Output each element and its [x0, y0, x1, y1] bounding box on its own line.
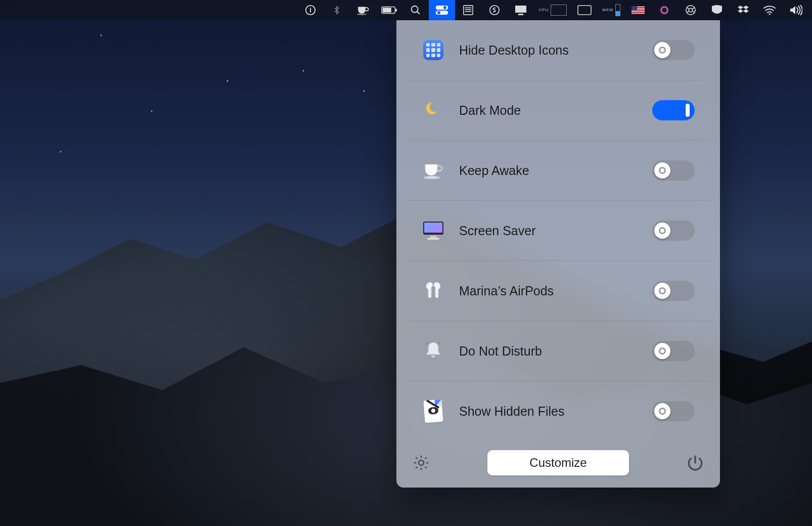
- panel-footer: Customize: [396, 441, 720, 480]
- cpu-label: CPU: [538, 8, 549, 12]
- svg-line-22: [687, 8, 689, 10]
- cpu-graph: [551, 5, 567, 16]
- svg-rect-29: [424, 223, 442, 233]
- row-show-hidden-files: Show Hidden Files: [407, 381, 710, 441]
- toggle-show-hidden-files[interactable]: [652, 401, 695, 421]
- disk-icon[interactable]: [455, 0, 481, 20]
- bluetooth-icon[interactable]: [324, 0, 350, 20]
- customize-label: Customize: [529, 456, 587, 470]
- svg-point-32: [419, 460, 424, 465]
- row-label: Hide Desktop Icons: [459, 43, 652, 58]
- svg-point-21: [689, 8, 692, 12]
- memory-monitor-icon[interactable]: MEM: [598, 0, 625, 20]
- svg-line-23: [693, 8, 695, 10]
- svg-line-24: [687, 11, 689, 13]
- coffee-cup-icon: [422, 159, 445, 182]
- svg-rect-1: [310, 8, 311, 12]
- power-icon[interactable]: [686, 453, 705, 472]
- battery-icon[interactable]: [376, 0, 402, 20]
- svg-point-20: [686, 6, 695, 15]
- launchpad-icon: [422, 38, 445, 62]
- svg-point-27: [424, 176, 440, 179]
- row-label: Dark Mode: [459, 103, 652, 118]
- control-center-icon[interactable]: [429, 0, 455, 20]
- svg-rect-12: [464, 6, 473, 15]
- cpu-monitor-icon[interactable]: CPU: [534, 0, 571, 20]
- mem-indicator: [615, 4, 620, 16]
- onepassword-icon[interactable]: [297, 0, 324, 20]
- display-icon[interactable]: [508, 0, 534, 20]
- row-hide-desktop-icons: Hide Desktop Icons: [407, 20, 710, 80]
- customize-button[interactable]: Customize: [487, 450, 629, 475]
- bell-icon: [422, 339, 445, 363]
- row-airpods: Marina’s AirPods: [407, 261, 710, 321]
- svg-rect-5: [396, 9, 397, 12]
- activity-icon[interactable]: [571, 0, 598, 20]
- dropbox-icon[interactable]: [730, 0, 756, 20]
- us-flag-icon: [631, 6, 645, 14]
- row-do-not-disturb: Do Not Disturb: [407, 321, 710, 381]
- svg-rect-17: [578, 6, 591, 15]
- svg-point-10: [443, 6, 446, 9]
- camera-settings-icon[interactable]: [678, 0, 704, 20]
- toggle-do-not-disturb[interactable]: [652, 341, 695, 361]
- svg-rect-31: [427, 238, 439, 240]
- svg-rect-30: [430, 236, 436, 238]
- menubar: CPU MEM: [0, 0, 812, 20]
- svg-rect-4: [383, 8, 391, 12]
- toggle-screen-saver[interactable]: [652, 221, 695, 241]
- skype-icon[interactable]: [481, 0, 508, 20]
- caffeine-icon[interactable]: [350, 0, 376, 20]
- gear-icon[interactable]: [412, 453, 431, 472]
- row-label: Screen Saver: [459, 224, 652, 238]
- wifi-icon[interactable]: [756, 0, 783, 20]
- toggle-keep-awake[interactable]: [652, 160, 695, 181]
- row-label: Marina’s AirPods: [459, 284, 652, 298]
- row-keep-awake: Keep Awake: [407, 141, 710, 201]
- mem-label: MEM: [602, 8, 613, 12]
- row-screen-saver: Screen Saver: [407, 201, 710, 261]
- svg-point-11: [437, 11, 440, 14]
- row-label: Keep Awake: [459, 163, 652, 178]
- svg-point-26: [769, 13, 770, 15]
- svg-line-25: [693, 11, 695, 13]
- siri-icon[interactable]: [651, 0, 678, 20]
- hidden-file-icon: [422, 400, 445, 423]
- row-label: Do Not Disturb: [459, 344, 652, 359]
- monitor-icon: [422, 219, 445, 242]
- vpn-icon[interactable]: [704, 0, 730, 20]
- svg-line-7: [417, 12, 420, 14]
- svg-point-2: [357, 14, 367, 15]
- input-source-us-icon[interactable]: [625, 0, 651, 20]
- toggle-airpods[interactable]: [652, 281, 695, 301]
- toggle-dark-mode[interactable]: [652, 100, 695, 120]
- toggle-hide-desktop-icons[interactable]: [652, 40, 695, 60]
- spotlight-icon[interactable]: [402, 0, 429, 20]
- airpods-icon: [422, 279, 445, 302]
- row-label: Show Hidden Files: [459, 404, 652, 419]
- control-panel: Hide Desktop Icons Dark Mode Keep Awake …: [396, 20, 720, 488]
- row-dark-mode: Dark Mode: [407, 80, 710, 141]
- volume-icon[interactable]: [783, 0, 809, 20]
- moon-icon: [422, 99, 445, 122]
